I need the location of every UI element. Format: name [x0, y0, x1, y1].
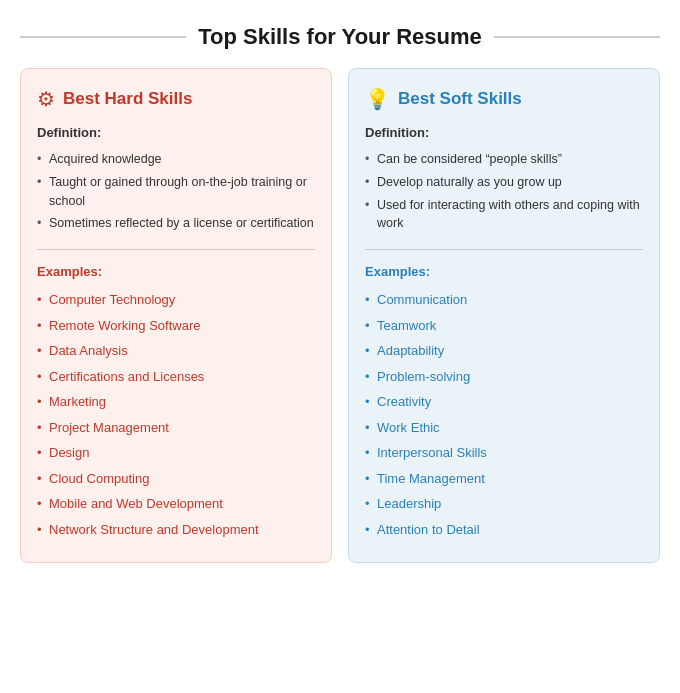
list-item: Teamwork [365, 313, 643, 339]
list-item: Work Ethic [365, 415, 643, 441]
list-item: Taught or gained through on-the-job trai… [37, 171, 315, 213]
list-item: Creativity [365, 389, 643, 415]
list-item: Network Structure and Development [37, 517, 315, 543]
list-item: Data Analysis [37, 338, 315, 364]
list-item: Adaptability [365, 338, 643, 364]
soft-definition-list: Can be considered “people skills” Develo… [365, 148, 643, 235]
list-item: Used for interacting with others and cop… [365, 194, 643, 236]
list-item: Time Management [365, 466, 643, 492]
list-item: Certifications and Licenses [37, 364, 315, 390]
hard-divider [37, 249, 315, 250]
page-title: Top Skills for Your Resume [198, 24, 482, 50]
list-item: Remote Working Software [37, 313, 315, 339]
list-item: Project Management [37, 415, 315, 441]
list-item: Interpersonal Skills [365, 440, 643, 466]
list-item: Leadership [365, 491, 643, 517]
hard-skills-title: Best Hard Skills [63, 89, 192, 109]
lightbulb-icon: 💡 [365, 87, 390, 111]
list-item: Computer Technology [37, 287, 315, 313]
hard-definition-label: Definition: [37, 125, 315, 140]
list-item: Marketing [37, 389, 315, 415]
gear-icon: ⚙ [37, 87, 55, 111]
list-item: Communication [365, 287, 643, 313]
list-item: Design [37, 440, 315, 466]
list-item: Can be considered “people skills” [365, 148, 643, 171]
skills-columns: ⚙ Best Hard Skills Definition: Acquired … [20, 68, 660, 563]
hard-skills-card: ⚙ Best Hard Skills Definition: Acquired … [20, 68, 332, 563]
list-item: Attention to Detail [365, 517, 643, 543]
soft-examples-list: Communication Teamwork Adaptability Prob… [365, 287, 643, 542]
list-item: Cloud Computing [37, 466, 315, 492]
list-item: Problem-solving [365, 364, 643, 390]
soft-skills-header: 💡 Best Soft Skills [365, 87, 643, 111]
list-item: Mobile and Web Development [37, 491, 315, 517]
hard-skills-header: ⚙ Best Hard Skills [37, 87, 315, 111]
soft-skills-card: 💡 Best Soft Skills Definition: Can be co… [348, 68, 660, 563]
soft-skills-title: Best Soft Skills [398, 89, 522, 109]
list-item: Acquired knowledge [37, 148, 315, 171]
soft-examples-label: Examples: [365, 264, 643, 279]
hard-examples-list: Computer Technology Remote Working Softw… [37, 287, 315, 542]
list-item: Sometimes reflected by a license or cert… [37, 212, 315, 235]
soft-skills-definition: Definition: Can be considered “people sk… [365, 125, 643, 235]
soft-divider [365, 249, 643, 250]
hard-definition-list: Acquired knowledge Taught or gained thro… [37, 148, 315, 235]
hard-skills-definition: Definition: Acquired knowledge Taught or… [37, 125, 315, 235]
hard-examples-label: Examples: [37, 264, 315, 279]
title-section: Top Skills for Your Resume [20, 24, 660, 50]
soft-definition-label: Definition: [365, 125, 643, 140]
list-item: Develop naturally as you grow up [365, 171, 643, 194]
